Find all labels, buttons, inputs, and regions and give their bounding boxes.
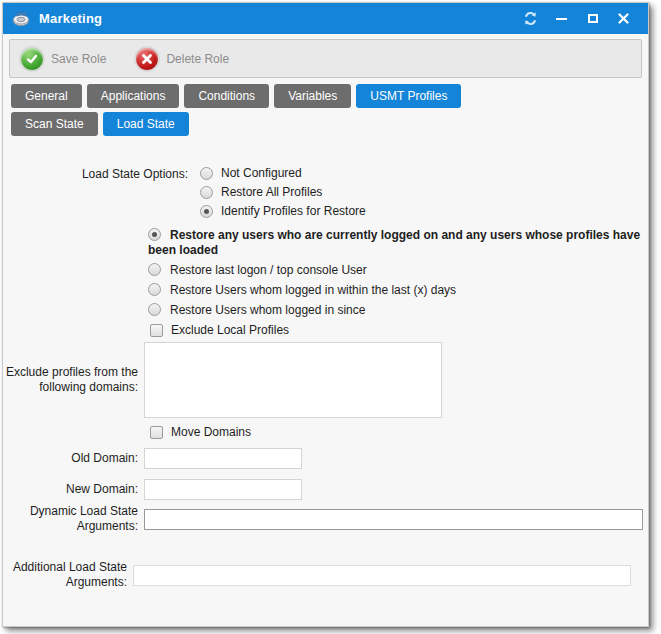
save-role-button[interactable]: Save Role	[21, 48, 106, 70]
additional-load-state-arguments-input[interactable]	[133, 565, 631, 586]
option-label[interactable]: Not Configured	[221, 166, 302, 180]
exclude-local-profiles-row[interactable]: Exclude Local Profiles	[150, 323, 648, 337]
dialog-window: Marketing	[2, 2, 649, 627]
option-restore-last-logon[interactable]: Restore last logon / top console User	[148, 263, 653, 278]
toolbar: Save Role Delete Role	[9, 39, 642, 78]
main-tab-bar: General Applications Conditions Variable…	[3, 84, 648, 108]
option-label[interactable]: Restore last logon / top console User	[170, 263, 367, 277]
additional-args-row: Additional Load State Arguments:	[3, 560, 648, 590]
move-domains-checkbox[interactable]	[150, 426, 163, 439]
titlebar: Marketing	[3, 3, 648, 34]
load-state-form: Load State Options: Not Configured Resto…	[3, 136, 648, 590]
radio-restore-since[interactable]	[148, 303, 161, 316]
delete-role-label: Delete Role	[166, 52, 229, 66]
delete-x-icon	[136, 48, 158, 70]
radio-restore-last-logon[interactable]	[148, 263, 161, 276]
load-state-options-group: Not Configured Restore All Profiles Iden…	[200, 166, 366, 218]
app-icon	[12, 10, 31, 27]
option-restore-last-x-days[interactable]: Restore Users whom logged in within the …	[148, 283, 653, 298]
radio-identify-profiles[interactable]	[200, 205, 213, 218]
tab-variables[interactable]: Variables	[274, 84, 351, 108]
option-restore-logged-on-users[interactable]: Restore any users who are currently logg…	[148, 228, 653, 258]
exclude-domains-row: Exclude profiles from the following doma…	[3, 342, 648, 418]
restore-users-group: Restore any users who are currently logg…	[148, 228, 653, 318]
option-identify-profiles[interactable]: Identify Profiles for Restore	[200, 204, 366, 218]
tab-usmt-profiles[interactable]: USMT Profiles	[356, 84, 461, 108]
radio-not-configured[interactable]	[200, 167, 213, 180]
tab-load-state[interactable]: Load State	[103, 112, 189, 136]
option-label[interactable]: Identify Profiles for Restore	[221, 204, 366, 218]
option-label[interactable]: Restore All Profiles	[221, 185, 322, 199]
option-label[interactable]: Restore Users whom logged in within the …	[170, 283, 456, 297]
dynamic-args-row: Dynamic Load State Arguments:	[3, 504, 648, 534]
delete-role-button[interactable]: Delete Role	[136, 48, 229, 70]
window-controls	[515, 7, 639, 31]
minimize-button[interactable]	[546, 7, 577, 31]
sub-tab-bar: Scan State Load State	[3, 112, 648, 136]
tab-applications[interactable]: Applications	[87, 84, 180, 108]
move-domains-label[interactable]: Move Domains	[171, 425, 251, 439]
new-domain-input[interactable]	[144, 479, 302, 500]
dynamic-args-label: Dynamic Load State Arguments:	[3, 504, 144, 534]
old-domain-label: Old Domain:	[3, 451, 144, 466]
exclude-local-profiles-checkbox[interactable]	[150, 324, 163, 337]
option-restore-since[interactable]: Restore Users whom logged in since	[148, 303, 653, 318]
new-domain-row: New Domain:	[3, 479, 648, 500]
maximize-button[interactable]	[577, 7, 608, 31]
load-state-options-label: Load State Options:	[3, 166, 200, 218]
option-restore-all-profiles[interactable]: Restore All Profiles	[200, 185, 366, 199]
exclude-local-profiles-label[interactable]: Exclude Local Profiles	[171, 323, 289, 337]
exclude-domains-textarea[interactable]	[144, 342, 442, 418]
old-domain-row: Old Domain:	[3, 448, 648, 469]
option-not-configured[interactable]: Not Configured	[200, 166, 366, 180]
save-role-label: Save Role	[51, 52, 106, 66]
tab-general[interactable]: General	[11, 84, 82, 108]
dynamic-load-state-arguments-input[interactable]	[144, 509, 643, 530]
close-button[interactable]	[608, 7, 639, 31]
radio-restore-last-x-days[interactable]	[148, 283, 161, 296]
new-domain-label: New Domain:	[3, 482, 144, 497]
load-state-options-row: Load State Options: Not Configured Resto…	[3, 166, 648, 218]
save-check-icon	[21, 48, 43, 70]
tab-scan-state[interactable]: Scan State	[11, 112, 98, 136]
window-title: Marketing	[39, 11, 102, 26]
move-domains-row[interactable]: Move Domains	[150, 425, 648, 439]
tab-conditions[interactable]: Conditions	[184, 84, 269, 108]
radio-restore-logged-on-users[interactable]	[148, 228, 161, 241]
old-domain-input[interactable]	[144, 448, 302, 469]
refresh-icon[interactable]	[515, 7, 546, 31]
radio-restore-all-profiles[interactable]	[200, 186, 213, 199]
exclude-domains-label: Exclude profiles from the following doma…	[3, 365, 144, 395]
option-label[interactable]: Restore any users who are currently logg…	[148, 228, 640, 257]
additional-args-label: Additional Load State Arguments:	[3, 560, 133, 590]
option-label[interactable]: Restore Users whom logged in since	[170, 303, 365, 317]
